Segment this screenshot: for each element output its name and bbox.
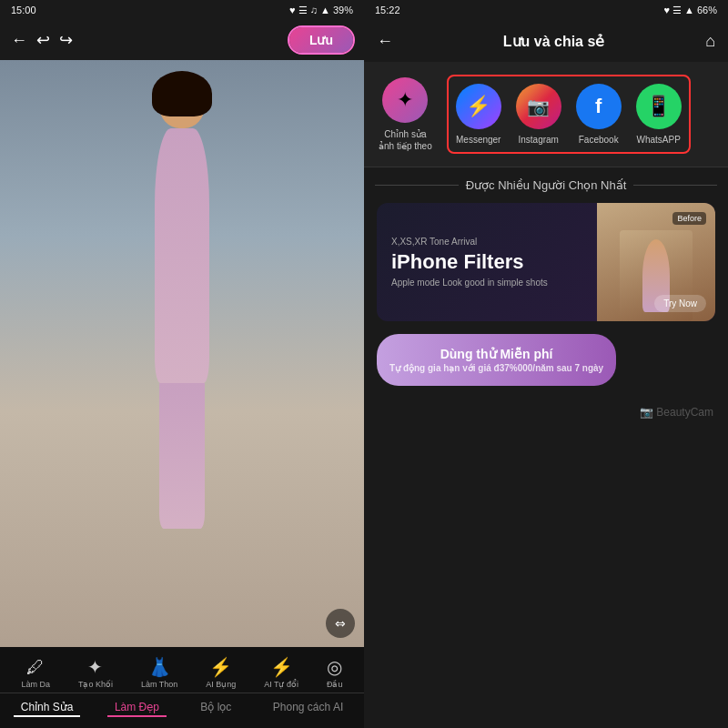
tab-bo-loc[interactable]: Bộ lọc (193, 699, 238, 717)
instagram-label: Instagram (518, 135, 558, 145)
facebook-icon: f (576, 84, 622, 129)
free-trial-label: Dùng thử Miễn phí (389, 347, 603, 361)
home-button[interactable]: ⌂ (705, 32, 715, 51)
social-share-group: ⚡ Messenger 📷 Instagram f Facebook (447, 75, 691, 154)
tool-dau[interactable]: ◎ Đầu (327, 656, 343, 689)
messenger-label: Messenger (456, 135, 500, 145)
ai-bung-icon: ⚡ (209, 656, 232, 678)
compare-icon[interactable]: ⇔ (326, 609, 355, 638)
undo-button[interactable]: ↩ (36, 30, 50, 50)
right-back-button[interactable]: ← (377, 32, 393, 51)
ad-content: X,XS,XR Tone Arrival iPhone Filters Appl… (377, 203, 715, 321)
facebook-label: Facebook (579, 135, 619, 145)
tool-ai-tu-doi[interactable]: ⚡ AI Tự đổi (264, 656, 298, 689)
watermark: 📷 BeautyCam (364, 399, 728, 426)
ad-text-area: X,XS,XR Tone Arrival iPhone Filters Appl… (377, 203, 597, 321)
tab-phong-cach[interactable]: Phong cách AI (266, 699, 350, 717)
redo-button[interactable]: ↪ (59, 30, 73, 50)
woman-figure (118, 78, 246, 647)
dau-icon: ◎ (327, 656, 342, 678)
left-status-icons: ♥ ☰ ♫ ▲ 39% (289, 5, 353, 16)
messenger-icon: ⚡ (456, 84, 501, 129)
back-button[interactable]: ← (11, 31, 27, 50)
tool-lam-thon[interactable]: 👗 Làm Thon (141, 656, 177, 689)
tools-row: 🖊 Làm Da ✦ Tạo Khối 👗 Làm Thon ⚡ AI Bụng… (0, 652, 364, 693)
ad-desc: Apple mode Look good in simple shots (391, 278, 582, 288)
ad-subtitle: X,XS,XR Tone Arrival (391, 237, 582, 247)
save-button[interactable]: Lưu (289, 27, 353, 53)
lam-thon-label: Làm Thon (141, 680, 177, 689)
chinh-sua-icon: ✦ (382, 77, 428, 123)
ad-image-area: Before Try Now (597, 203, 715, 321)
tab-chinh-sua[interactable]: Chỉnh Sửa (14, 699, 81, 717)
left-panel: 15:00 ♥ ☰ ♫ ▲ 39% ← ↩ ↪ Lưu ⇔ 🖊 Làm Da (0, 0, 364, 728)
whatsapp-label: WhatsAPP (637, 135, 681, 145)
right-status-bar: 15:22 ♥ ☰ ▲ 66% (364, 0, 728, 20)
lam-da-icon: 🖊 (26, 657, 45, 678)
share-facebook[interactable]: f Facebook (576, 84, 622, 145)
chinh-sua-label: Chỉnh sửaảnh tiếp theo (379, 128, 432, 152)
tool-ai-bung[interactable]: ⚡ AI Bụng (206, 656, 236, 689)
woman-hair (152, 71, 212, 116)
page-title: Lưu và chia sẻ (402, 33, 705, 50)
ai-tu-doi-label: AI Tự đổi (264, 680, 298, 689)
lam-thon-icon: 👗 (148, 656, 171, 678)
dau-label: Đầu (327, 680, 343, 689)
share-whatsapp[interactable]: 📱 WhatsAPP (636, 84, 682, 145)
woman-legs (159, 383, 205, 529)
promoted-title: Được Nhiều Người Chọn Nhất (466, 178, 627, 192)
share-messenger[interactable]: ⚡ Messenger (456, 84, 501, 145)
photo-edit-area: ⇔ (0, 60, 364, 647)
share-instagram[interactable]: 📷 Instagram (516, 84, 561, 145)
left-toolbar: ← ↩ ↪ Lưu (0, 20, 364, 60)
right-header: ← Lưu và chia sẻ ⌂ (364, 20, 728, 62)
bottom-tabs: Chỉnh Sửa Làm Đẹp Bộ lọc Phong cách AI (0, 693, 364, 724)
ai-tu-doi-icon: ⚡ (270, 656, 293, 678)
bottom-toolbar: 🖊 Làm Da ✦ Tạo Khối 👗 Làm Thon ⚡ AI Bụng… (0, 647, 364, 728)
lam-da-label: Làm Da (21, 680, 50, 689)
free-trial-sublabel: Tự động gia hạn với giá đ37%000/năm sau … (389, 363, 603, 373)
woman-body (155, 128, 209, 383)
right-battery: ♥ ☰ ▲ 66% (663, 5, 717, 16)
ai-bung-label: AI Bụng (206, 680, 236, 689)
share-section: ✦ Chỉnh sửaảnh tiếp theo ⚡ Messenger 📷 I… (364, 62, 728, 167)
figure-container (0, 60, 364, 647)
free-trial-button[interactable]: Dùng thử Miễn phí Tự động gia hạn với gi… (377, 334, 616, 386)
whatsapp-icon: 📱 (636, 84, 682, 129)
ad-card[interactable]: X,XS,XR Tone Arrival iPhone Filters Appl… (377, 203, 715, 321)
try-now-button[interactable]: Try Now (654, 295, 706, 312)
tao-khoi-label: Tạo Khối (78, 680, 113, 689)
share-chinh-sua[interactable]: ✦ Chỉnh sửaảnh tiếp theo (379, 77, 432, 152)
promoted-header: Được Nhiều Người Chọn Nhất (364, 167, 728, 203)
left-status-bar: 15:00 ♥ ☰ ♫ ▲ 39% (0, 0, 364, 20)
tool-lam-da[interactable]: 🖊 Làm Da (21, 657, 50, 689)
instagram-icon: 📷 (516, 84, 561, 129)
before-badge: Before (672, 212, 706, 225)
right-panel: 15:22 ♥ ☰ ▲ 66% ← Lưu và chia sẻ ⌂ ✦ Chỉ… (364, 0, 728, 728)
promoted-section: Được Nhiều Người Chọn Nhất X,XS,XR Tone … (364, 167, 728, 728)
tao-khoi-icon: ✦ (87, 656, 103, 678)
ad-title: iPhone Filters (391, 250, 582, 274)
woman-head (159, 78, 205, 128)
tool-tao-khoi[interactable]: ✦ Tạo Khối (78, 656, 113, 689)
left-time: 15:00 (11, 5, 36, 15)
tab-lam-dep[interactable]: Làm Đẹp (107, 699, 167, 717)
right-time: 15:22 (375, 5, 400, 15)
